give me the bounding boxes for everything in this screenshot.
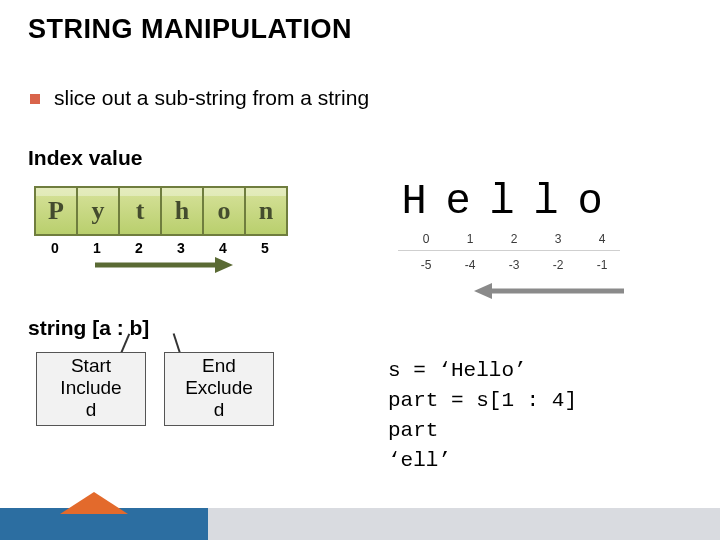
hello-neg: -4	[448, 258, 492, 272]
bullet-line: slice out a sub-string from a string	[30, 86, 369, 110]
hello-neg-row: -5-4-3-2-1	[404, 258, 624, 272]
code-line: ‘ell’	[388, 449, 451, 472]
hello-pos: 3	[536, 232, 580, 246]
hello-letter: H	[392, 178, 436, 226]
callout-text: Exclude	[165, 377, 273, 399]
python-idx: 5	[244, 240, 286, 256]
python-idx: 4	[202, 240, 244, 256]
hello-pos: 4	[580, 232, 624, 246]
bullet-text: slice out a sub-string from a string	[54, 86, 369, 109]
code-line: part	[388, 419, 438, 442]
bullet-square-icon	[30, 94, 40, 104]
hello-letter: o	[568, 178, 612, 226]
python-idx: 2	[118, 240, 160, 256]
python-idx: 0	[34, 240, 76, 256]
python-cell: P	[34, 186, 76, 236]
svg-marker-2	[474, 283, 492, 299]
page-title: STRING MANIPULATION	[28, 14, 352, 45]
python-idx: 1	[76, 240, 118, 256]
hello-letter: l	[524, 178, 568, 226]
end-callout: End Exclude d	[164, 352, 274, 426]
arrow-right-icon	[95, 255, 235, 275]
divider-line	[398, 250, 620, 251]
hello-pos: 1	[448, 232, 492, 246]
hello-pos-row: 01234	[404, 232, 624, 246]
callout-text: d	[165, 399, 273, 421]
hello-neg: -2	[536, 258, 580, 272]
python-cell: o	[202, 186, 244, 236]
hello-letter: e	[436, 178, 480, 226]
python-cell: t	[118, 186, 160, 236]
hello-pos: 2	[492, 232, 536, 246]
hello-pos: 0	[404, 232, 448, 246]
callout-text: Start	[37, 355, 145, 377]
hello-neg: -3	[492, 258, 536, 272]
callout-text: d	[37, 399, 145, 421]
hello-letters: Hello	[392, 178, 612, 226]
code-line: s = ‘Hello’	[388, 359, 527, 382]
svg-marker-1	[215, 257, 233, 273]
slide: STRING MANIPULATION slice out a sub-stri…	[0, 0, 720, 540]
slice-syntax: string [a : b]	[28, 316, 149, 340]
python-cell: n	[244, 186, 288, 236]
python-letter-row: P y t h o n	[34, 186, 288, 236]
index-value-label: Index value	[28, 146, 142, 170]
hello-neg: -5	[404, 258, 448, 272]
python-cell: y	[76, 186, 118, 236]
hello-letter: l	[480, 178, 524, 226]
start-callout: Start Include d	[36, 352, 146, 426]
arrow-left-icon	[474, 282, 624, 304]
footer-triangle-icon	[60, 492, 128, 514]
python-cell: h	[160, 186, 202, 236]
hello-neg: -1	[580, 258, 624, 272]
callout-text: Include	[37, 377, 145, 399]
python-idx: 3	[160, 240, 202, 256]
callout-text: End	[165, 355, 273, 377]
code-line: part = s[1 : 4]	[388, 389, 577, 412]
code-example: s = ‘Hello’ part = s[1 : 4] part ‘ell’	[388, 356, 577, 476]
python-index-row: 0 1 2 3 4 5	[34, 240, 288, 256]
python-boxes: P y t h o n 0 1 2 3 4 5	[34, 186, 288, 256]
